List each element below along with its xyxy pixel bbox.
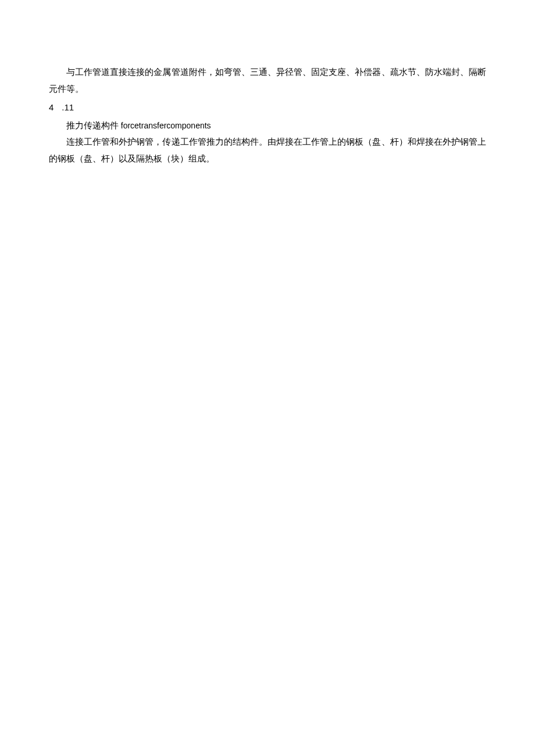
paragraph-force-transfer-definition: 连接工作管和外护钢管，传递工作管推力的结构件。由焊接在工作管上的钢板（盘、杆）和… [49, 134, 486, 167]
section-number-sub: .11 [62, 99, 74, 116]
document-page: 与工作管道直接连接的金属管道附件，如弯管、三通、异径管、固定支座、补偿器、疏水节… [0, 0, 535, 167]
term-title-line: 推力传递构件 forcetransfercomponents [49, 117, 486, 134]
section-number-4-11: 4.11 [49, 99, 486, 116]
paragraph-fitting-definition: 与工作管道直接连接的金属管道附件，如弯管、三通、异径管、固定支座、补偿器、疏水节… [49, 64, 486, 97]
section-number-main: 4 [49, 99, 54, 116]
term-chinese: 推力传递构件 [66, 121, 119, 130]
term-english: forcetransfercomponents [121, 121, 211, 130]
